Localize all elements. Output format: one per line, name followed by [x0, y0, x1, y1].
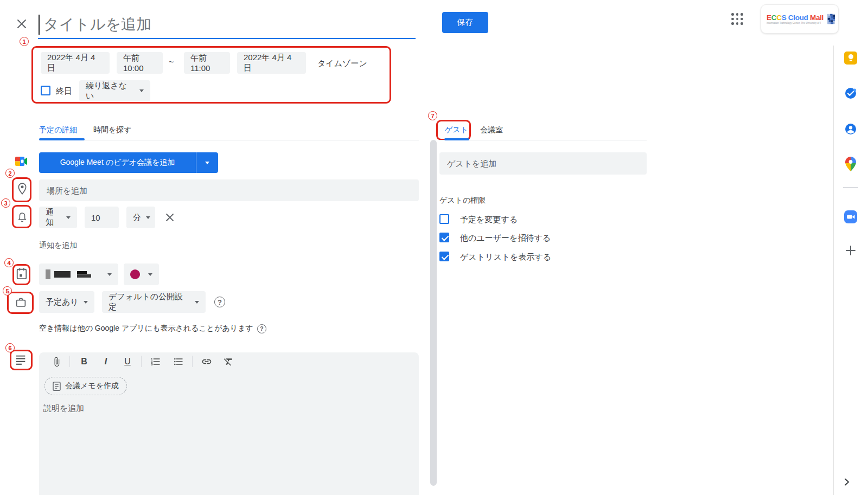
tab-find-a-time[interactable]: 時間を探す — [93, 125, 132, 135]
left-tabs-divider — [39, 140, 419, 140]
google-maps-icon[interactable] — [845, 157, 856, 171]
close-icon[interactable] — [15, 17, 28, 30]
notification-type-dropdown[interactable]: 通知 — [39, 207, 77, 228]
google-apps-grid-icon[interactable] — [730, 12, 744, 26]
notification-minutes-input[interactable]: 10 — [85, 207, 119, 228]
toolbar-divider — [141, 356, 142, 367]
remove-notification-icon[interactable] — [165, 213, 175, 222]
permission-modify-event-label: 予定を変更する — [460, 215, 518, 225]
toolbar-divider — [69, 356, 70, 367]
description-editor[interactable] — [39, 352, 419, 495]
italic-icon[interactable]: I — [100, 356, 112, 368]
event-color-swatch — [130, 269, 140, 279]
permission-see-guest-list-label: ゲストリストを表示する — [460, 252, 551, 262]
chevron-down-icon — [146, 216, 150, 219]
annotation-number-4: 4 — [4, 258, 14, 267]
visibility-dropdown[interactable]: デフォルトの公開設定 — [102, 291, 206, 313]
description-placeholder: 説明を追加 — [43, 403, 84, 414]
panel-scrollbar[interactable] — [430, 140, 437, 486]
chevron-down-icon — [195, 301, 199, 304]
calendar-select-dropdown[interactable] — [39, 263, 118, 285]
chevron-down-icon — [66, 216, 71, 219]
google-tasks-icon[interactable] — [844, 87, 857, 100]
insert-link-icon[interactable] — [201, 356, 213, 368]
annotation-number-5: 5 — [3, 286, 12, 295]
sidebar-border — [833, 46, 834, 495]
right-tabs-divider — [439, 140, 647, 140]
event-editor-page: 保存 ECCS Cloud Mail Information Technolog… — [0, 0, 868, 495]
redacted-calendar-name — [46, 269, 91, 279]
underline-icon[interactable]: U — [122, 356, 133, 368]
annotation-number-2: 2 — [5, 169, 15, 178]
location-pin-icon — [17, 182, 28, 196]
add-google-meet-button[interactable]: Google Meet のビデオ会議を追加 — [39, 152, 218, 173]
sidebar-divider — [843, 187, 858, 188]
all-day-label: 終日 — [56, 86, 72, 97]
hide-side-panel-chevron-icon[interactable] — [842, 477, 852, 487]
event-title-input[interactable] — [38, 11, 416, 39]
start-date-button[interactable]: 2022年 4月 4日 — [41, 52, 110, 74]
avatar — [827, 8, 835, 30]
start-time-button[interactable]: 午前10:00 — [117, 52, 163, 74]
logo-subtitle: Information Technology Center, The Unive… — [767, 22, 821, 24]
briefcase-icon — [15, 297, 27, 308]
permission-see-guest-list-checkbox[interactable] — [439, 252, 449, 261]
meet-options-dropdown[interactable] — [196, 152, 218, 173]
tab-guests[interactable]: ゲスト — [445, 125, 468, 135]
logo-title: ECCS Cloud Mail — [767, 14, 824, 22]
document-icon — [53, 382, 61, 391]
calendar-icon — [16, 267, 28, 280]
event-color-dropdown[interactable] — [124, 263, 159, 285]
left-tab-active-underline — [39, 138, 85, 140]
annotation-number-3: 3 — [1, 198, 10, 208]
chevron-down-icon — [107, 273, 112, 276]
chevron-down-icon — [139, 89, 144, 92]
eccs-cloud-mail-logo: ECCS Cloud Mail Information Technology C… — [761, 4, 839, 34]
google-contacts-icon[interactable] — [844, 123, 857, 136]
availability-note: 空き情報は他の Google アプリにも表示されることがあります ? — [39, 324, 266, 333]
guest-permissions-title: ゲストの権限 — [439, 196, 486, 205]
add-guests-input[interactable] — [439, 152, 647, 175]
permission-modify-event-checkbox[interactable] — [439, 214, 449, 224]
add-google-meet-label: Google Meet のビデオ会議を追加 — [39, 152, 196, 173]
bold-icon[interactable]: B — [78, 356, 90, 368]
annotation-number-1: 1 — [20, 37, 29, 46]
toolbar-divider — [192, 356, 193, 367]
busy-status-dropdown[interactable]: 予定あり — [39, 291, 94, 313]
end-date-button[interactable]: 2022年 4月 4日 — [237, 52, 306, 74]
availability-help-icon[interactable]: ? — [257, 324, 266, 333]
annotation-number-6: 6 — [5, 343, 15, 352]
tab-event-details[interactable]: 予定の詳細 — [39, 125, 77, 135]
recurrence-dropdown[interactable]: 繰り返さない — [79, 80, 150, 101]
permission-invite-others-checkbox[interactable] — [439, 233, 449, 242]
google-keep-icon[interactable] — [844, 52, 857, 65]
timezone-link[interactable]: タイムゾーン — [317, 59, 367, 69]
notification-unit-dropdown[interactable]: 分 — [126, 207, 155, 228]
bell-icon — [17, 211, 28, 223]
chevron-down-icon — [205, 162, 209, 164]
attach-file-icon[interactable] — [50, 356, 62, 368]
chevron-down-icon — [84, 301, 88, 304]
add-notification-link[interactable]: 通知を追加 — [39, 241, 77, 250]
google-meet-icon — [15, 157, 27, 166]
tab-rooms[interactable]: 会議室 — [480, 125, 503, 135]
time-range-separator: ~ — [169, 57, 174, 67]
visibility-help-icon[interactable]: ? — [214, 297, 225, 307]
create-meeting-notes-button[interactable]: 会議メモを作成 — [44, 377, 127, 395]
zoom-icon[interactable] — [844, 210, 857, 223]
numbered-list-icon[interactable] — [150, 356, 162, 368]
description-icon — [15, 354, 27, 365]
save-button[interactable]: 保存 — [442, 12, 488, 33]
location-input[interactable] — [39, 179, 419, 201]
get-add-ons-icon[interactable] — [845, 245, 856, 256]
chevron-down-icon — [148, 273, 152, 276]
text-caret — [39, 15, 40, 35]
clear-formatting-icon[interactable] — [222, 356, 234, 368]
bulleted-list-icon[interactable] — [173, 356, 184, 368]
permission-invite-others-label: 他のユーザーを招待する — [460, 233, 551, 243]
end-time-button[interactable]: 午前11:00 — [184, 52, 230, 74]
annotation-number-7: 7 — [428, 111, 437, 120]
right-tab-active-underline — [444, 138, 469, 140]
all-day-checkbox[interactable] — [41, 86, 50, 95]
